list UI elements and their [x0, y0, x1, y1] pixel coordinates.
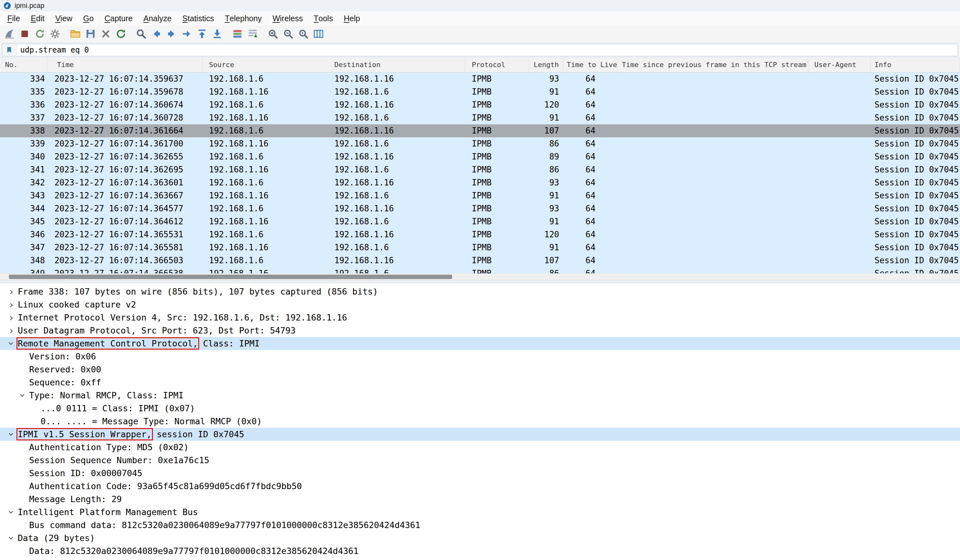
expand-arrow-icon[interactable]: ›: [6, 506, 16, 519]
menu-item-statistics[interactable]: Statistics: [177, 11, 219, 25]
pane-splitter[interactable]: [0, 280, 960, 283]
packet-row[interactable]: 3442023-12-27 16:07:14.364577192.168.1.6…: [0, 202, 960, 215]
menu-item-view[interactable]: View: [50, 11, 78, 25]
expand-arrow-icon[interactable]: ›: [6, 337, 16, 350]
find-packet-icon[interactable]: [134, 26, 149, 41]
column-header-useragent[interactable]: User-Agent: [809, 57, 871, 72]
packet-row[interactable]: 3342023-12-27 16:07:14.359637192.168.1.6…: [0, 72, 960, 85]
detail-line[interactable]: ›Frame 338: 107 bytes on wire (856 bits)…: [0, 285, 960, 298]
colorize-icon[interactable]: [230, 26, 245, 41]
detail-line[interactable]: Message Length: 29: [0, 493, 960, 506]
cell-no: 339: [0, 137, 48, 150]
detail-line[interactable]: ›Intelligent Platform Management Bus: [0, 506, 960, 519]
menu-item-analyze[interactable]: Analyze: [138, 11, 177, 25]
display-filter-input[interactable]: [16, 44, 958, 56]
menu-item-tools[interactable]: Tools: [309, 11, 338, 25]
packet-row[interactable]: 3482023-12-27 16:07:14.366503192.168.1.6…: [0, 254, 960, 267]
detail-line[interactable]: 0... .... = Message Type: Normal RMCP (0…: [0, 415, 960, 428]
cell-destination: 192.168.1.16: [332, 254, 466, 267]
column-header-delta[interactable]: Time since previous frame in this TCP st…: [618, 57, 809, 72]
packet-row[interactable]: 3432023-12-27 16:07:14.363667192.168.1.1…: [0, 189, 960, 202]
menu-item-capture[interactable]: Capture: [99, 11, 138, 25]
detail-line[interactable]: Session ID: 0x00007045: [0, 467, 960, 480]
expand-arrow-icon[interactable]: ›: [6, 532, 16, 544]
expand-arrow-icon[interactable]: ›: [5, 300, 18, 310]
packet-row[interactable]: 3472023-12-27 16:07:14.365581192.168.1.1…: [0, 241, 960, 254]
cell-time: 2023-12-27 16:07:14.359637: [48, 72, 203, 85]
detail-line[interactable]: Authentication Type: MD5 (0x02): [0, 441, 960, 454]
packet-row[interactable]: 3452023-12-27 16:07:14.364612192.168.1.1…: [0, 215, 960, 228]
expand-arrow-icon[interactable]: ›: [5, 325, 18, 336]
packet-row[interactable]: 3372023-12-27 16:07:14.360728192.168.1.1…: [0, 112, 960, 124]
column-header-destination[interactable]: Destination: [332, 57, 466, 72]
detail-line[interactable]: ›Internet Protocol Version 4, Src: 192.1…: [0, 311, 960, 324]
detail-line[interactable]: Authentication Code: 93a65f45c81a699d05c…: [0, 480, 960, 493]
scrollbar-thumb[interactable]: [9, 274, 452, 279]
menu-item-help[interactable]: Help: [338, 11, 365, 25]
zoom-100-icon[interactable]: [296, 26, 311, 41]
expand-arrow-icon[interactable]: ›: [6, 428, 16, 441]
packet-row[interactable]: 3412023-12-27 16:07:14.362695192.168.1.1…: [0, 163, 960, 176]
auto-scroll-icon[interactable]: [245, 26, 260, 41]
cell-ttl: 64: [563, 202, 618, 215]
detail-line[interactable]: ›Data (29 bytes): [0, 531, 960, 544]
packet-row[interactable]: 3382023-12-27 16:07:14.361664192.168.1.6…: [0, 124, 960, 137]
open-file-icon[interactable]: [68, 26, 83, 41]
detail-line[interactable]: Sequence: 0xff: [0, 376, 960, 389]
column-header-source[interactable]: Source: [203, 57, 332, 72]
packet-row[interactable]: 3462023-12-27 16:07:14.365531192.168.1.6…: [0, 228, 960, 241]
restart-capture-icon[interactable]: [32, 26, 48, 41]
expand-arrow-icon[interactable]: ›: [18, 389, 28, 402]
packet-row[interactable]: 3392023-12-27 16:07:14.361700192.168.1.1…: [0, 137, 960, 150]
detail-line[interactable]: ›User Datagram Protocol, Src Port: 623, …: [0, 324, 960, 337]
detail-text: Internet Protocol Version 4, Src: 192.16…: [18, 313, 347, 322]
start-capture-icon[interactable]: [2, 26, 17, 41]
detail-line[interactable]: Version: 0x06: [0, 350, 960, 363]
display-filter-box[interactable]: [2, 44, 958, 56]
go-first-icon[interactable]: [194, 26, 210, 41]
column-header-info[interactable]: Info: [871, 57, 960, 72]
save-file-icon[interactable]: [83, 26, 98, 41]
resize-columns-icon[interactable]: [311, 26, 326, 41]
close-file-icon[interactable]: [98, 26, 114, 41]
column-header-ttl[interactable]: Time to Live: [563, 57, 618, 72]
menu-item-go[interactable]: Go: [78, 11, 99, 25]
detail-line[interactable]: ›Type: Normal RMCP, Class: IPMI: [0, 389, 960, 402]
capture-options-icon[interactable]: [48, 26, 63, 41]
detail-line[interactable]: Data: 812c5320a0230064089e9a77797f010100…: [0, 544, 960, 557]
column-header-no[interactable]: No.: [0, 57, 48, 72]
expand-arrow-icon[interactable]: ›: [5, 313, 18, 323]
zoom-in-icon[interactable]: [265, 26, 280, 41]
column-header-length[interactable]: Length: [529, 57, 563, 72]
go-forward-icon[interactable]: [164, 26, 179, 41]
menu-item-telephony[interactable]: Telephony: [219, 11, 267, 25]
horizontal-scrollbar[interactable]: [0, 273, 960, 280]
detail-line[interactable]: [Length: 29]: [0, 557, 960, 560]
detail-line[interactable]: ›IPMI v1.5 Session Wrapper, session ID 0…: [0, 428, 960, 441]
column-header-time[interactable]: Time: [48, 57, 203, 72]
detail-line[interactable]: ›Remote Management Control Protocol, Cla…: [0, 337, 960, 350]
zoom-out-icon[interactable]: [280, 26, 296, 41]
packet-row[interactable]: 3422023-12-27 16:07:14.363601192.168.1.6…: [0, 176, 960, 189]
detail-line[interactable]: Session Sequence Number: 0xe1a76c15: [0, 454, 960, 467]
packet-row[interactable]: 3352023-12-27 16:07:14.359678192.168.1.1…: [0, 85, 960, 98]
menu-item-wireless[interactable]: Wireless: [267, 11, 309, 25]
filter-bookmark-icon[interactable]: [2, 44, 16, 56]
go-to-packet-icon[interactable]: [179, 26, 194, 41]
menu-item-file[interactable]: File: [2, 11, 25, 25]
expand-arrow-icon[interactable]: ›: [5, 287, 18, 297]
packet-row[interactable]: 3362023-12-27 16:07:14.360674192.168.1.6…: [0, 98, 960, 112]
stop-capture-icon[interactable]: [17, 26, 32, 41]
go-last-icon[interactable]: [210, 26, 225, 41]
go-back-icon[interactable]: [149, 26, 164, 41]
detail-line[interactable]: ...0 0111 = Class: IPMI (0x07): [0, 402, 960, 415]
packet-row[interactable]: 3402023-12-27 16:07:14.362655192.168.1.6…: [0, 150, 960, 163]
detail-line[interactable]: Reserved: 0x00: [0, 363, 960, 376]
detail-text: 0... .... = Message Type: Normal RMCP (0…: [40, 416, 262, 426]
menu-item-edit[interactable]: Edit: [25, 11, 50, 25]
column-header-protocol[interactable]: Protocol: [466, 57, 529, 72]
packet-row[interactable]: 3492023-12-27 16:07:14.366538192.168.1.1…: [0, 267, 960, 273]
detail-line[interactable]: Bus command data: 812c5320a0230064089e9a…: [0, 519, 960, 531]
detail-line[interactable]: ›Linux cooked capture v2: [0, 298, 960, 311]
reload-file-icon[interactable]: [114, 26, 128, 41]
